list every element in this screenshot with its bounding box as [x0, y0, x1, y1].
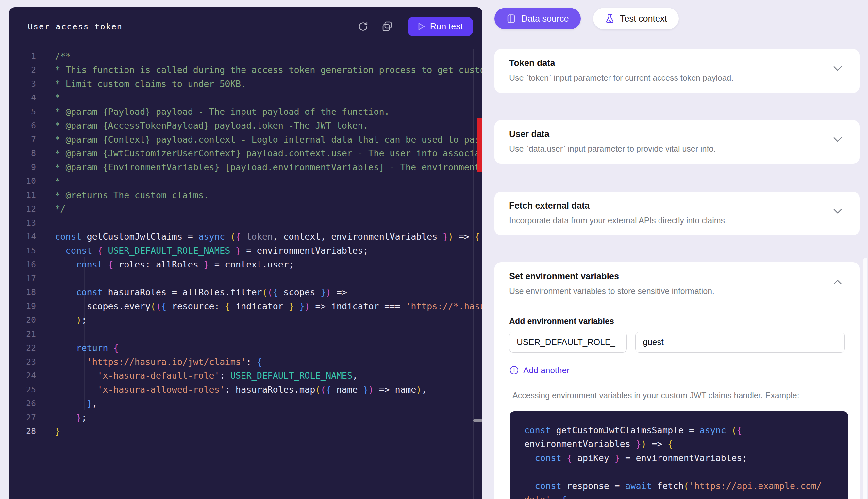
code-token: *: [55, 93, 60, 103]
copy-code-button[interactable]: [381, 21, 393, 32]
code-token: ): [76, 315, 81, 325]
code-token: {: [225, 301, 230, 311]
code-token: [55, 315, 76, 325]
code-token: }: [55, 426, 60, 436]
run-test-button[interactable]: Run test: [407, 17, 473, 36]
code-token: }: [443, 232, 448, 242]
sample-code-lines: const getCustomJwtClaimsSample = async (…: [524, 423, 838, 499]
code-token: async: [700, 425, 726, 435]
editor-header: User access token Run test: [9, 7, 482, 46]
code-token: {: [562, 495, 567, 499]
code-token: *: [55, 176, 60, 186]
code-token: {: [97, 246, 103, 256]
code-line-text: const getCustomJwtClaims = async ({ toke…: [55, 232, 482, 242]
code-token: (: [262, 287, 267, 297]
code-token: * @param {Context}: [55, 134, 156, 145]
code-token: = context.user;: [209, 259, 294, 269]
code-token: * This function is called during the acc…: [55, 65, 482, 75]
code-token: - Logto internal data that can be used t…: [236, 134, 482, 145]
env-value-input[interactable]: [635, 331, 845, 353]
code-token: (: [151, 301, 156, 311]
code-token: => indicator ===: [310, 301, 405, 311]
code-token: fetch: [652, 481, 684, 491]
code-token: [230, 246, 235, 256]
code-token: ,: [551, 495, 562, 499]
indent-guide: [74, 244, 74, 424]
code-line: 24 'x-hasura-default-role': USER_DEFAULT…: [9, 369, 482, 383]
play-icon: [418, 22, 426, 31]
code-token: }: [236, 246, 241, 256]
code-token: [103, 259, 108, 269]
code-line-text: * This function is called during the acc…: [55, 65, 482, 75]
code-token: token: [246, 232, 273, 242]
line-number: 6: [9, 121, 36, 130]
code-line-text: */: [55, 204, 482, 214]
line-number: 21: [9, 329, 36, 339]
card-token-data[interactable]: Token data Use `token` input parameter f…: [494, 49, 859, 93]
tab-test-context[interactable]: Test context: [593, 8, 679, 29]
sample-code-line: const { apiKey } = environmentVariables;: [524, 451, 838, 465]
code-token: ): [326, 287, 331, 297]
line-number: 8: [9, 148, 36, 158]
code-token: {: [273, 287, 278, 297]
code-token: {: [475, 232, 480, 242]
code-token: (: [156, 301, 161, 311]
add-another-button[interactable]: Add another: [509, 365, 570, 375]
code-editor[interactable]: 1/**2* This function is called during th…: [9, 49, 482, 499]
code-token: https://api.example.com/: [694, 481, 821, 491]
code-token: async: [198, 232, 225, 242]
code-token: name: [331, 385, 363, 395]
code-token: }: [87, 398, 92, 409]
code-token: -The JWT token.: [284, 120, 368, 131]
reset-code-button[interactable]: [357, 21, 369, 32]
code-token: const: [55, 232, 81, 242]
indent-guide: [84, 257, 85, 410]
code-token: 'x-hasura-default-role': [97, 370, 219, 381]
data-source-icon: [506, 14, 516, 24]
plus-circle-icon: [509, 365, 519, 375]
code-token: (: [267, 287, 273, 297]
line-number: 3: [9, 79, 36, 89]
line-number: 2: [9, 65, 36, 75]
chevron-up-icon[interactable]: [833, 279, 843, 285]
line-number: 19: [9, 302, 36, 311]
code-token: ,: [92, 398, 97, 409]
code-token: {: [737, 425, 742, 435]
card-fetch-external-data[interactable]: Fetch external data Incorporate data fro…: [494, 192, 859, 235]
horizontal-scrollbar-thumb[interactable]: [473, 419, 482, 422]
refresh-icon: [357, 21, 369, 32]
code-line-text: };: [55, 412, 482, 423]
code-token: resource:: [166, 301, 225, 311]
column-ruler: [473, 49, 474, 499]
code-token: :: [246, 357, 257, 367]
code-token: }: [363, 385, 368, 395]
code-line: 2* This function is called during the ac…: [9, 63, 482, 77]
code-token: scopes: [278, 287, 320, 297]
code-token: const: [76, 259, 103, 269]
tab-data-source[interactable]: Data source: [494, 8, 581, 29]
code-token: =>: [646, 439, 668, 449]
line-number: 26: [9, 399, 36, 408]
code-line-text: *: [55, 176, 482, 186]
code-token: => name: [374, 385, 416, 395]
code-token: [225, 232, 230, 242]
code-token: (: [320, 385, 326, 395]
line-number: 15: [9, 246, 36, 255]
code-token: ;: [81, 412, 87, 423]
line-number: 11: [9, 190, 36, 200]
vertical-scrollbar-thumb[interactable]: [864, 258, 867, 499]
code-token: - The user info associated with the toke…: [352, 148, 482, 158]
code-token: [55, 357, 87, 367]
chevron-down-icon[interactable]: [833, 136, 843, 143]
card-user-data[interactable]: User data Use `data.user` input paramete…: [494, 120, 859, 164]
chevron-down-icon[interactable]: [833, 65, 843, 72]
chevron-down-icon[interactable]: [833, 208, 843, 215]
code-line: 27 };: [9, 410, 482, 424]
line-number: 17: [9, 274, 36, 283]
sample-code-line: const response = await fetch('https://ap…: [524, 479, 838, 493]
line-number: 12: [9, 204, 36, 214]
code-line-text: * @param {AccessTokenPayload} payload.to…: [55, 120, 482, 131]
editor-title: User access token: [28, 22, 123, 32]
env-key-input[interactable]: [509, 331, 627, 353]
code-token: [55, 412, 76, 423]
